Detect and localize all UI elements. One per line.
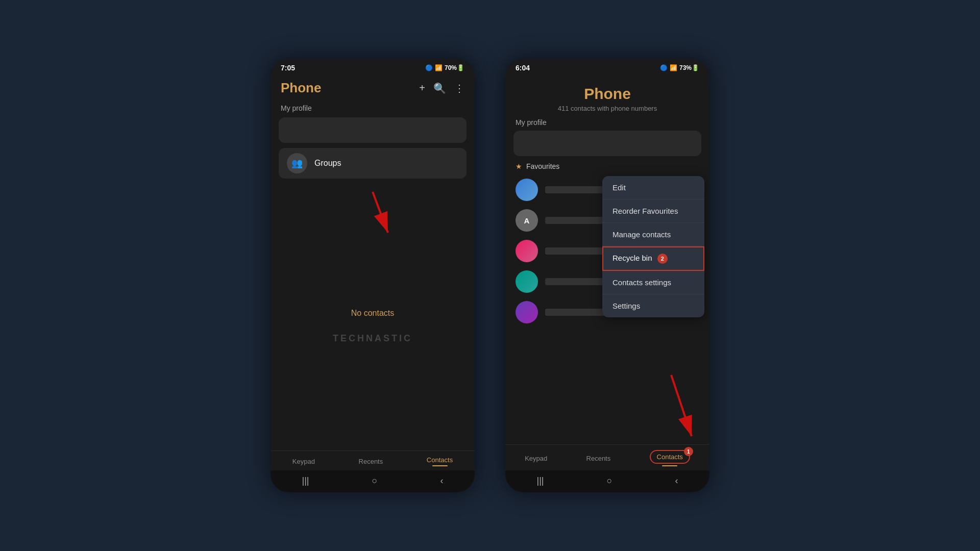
svg-line-3: [671, 375, 692, 436]
right-arrow-annotation: [646, 370, 707, 452]
left-nav-keypad[interactable]: Keypad: [292, 458, 315, 465]
left-app-title: Phone: [281, 80, 321, 96]
right-app-title: Phone: [510, 85, 704, 103]
right-nav-contacts-label: Contacts: [657, 453, 683, 461]
left-arrow-annotation: [352, 187, 413, 248]
svg-line-1: [373, 192, 388, 233]
contact-avatar-1: [516, 179, 538, 201]
right-bottom-nav: Keypad Recents Contacts 1: [505, 444, 709, 470]
left-time: 7:05: [281, 64, 295, 72]
left-header-icons[interactable]: + 🔍 ⋮: [419, 82, 464, 94]
right-status-bar: 6:04 🔵 📶 73%🔋: [505, 59, 709, 75]
left-groups-label: Groups: [314, 159, 341, 168]
left-groups-avatar: 👥: [287, 153, 307, 173]
contact-avatar-5: [516, 301, 538, 323]
left-watermark: TECHNASTIC: [333, 318, 412, 354]
right-contacts-count: 411 contacts with phone numbers: [510, 105, 704, 112]
menu-item-recycle-bin[interactable]: Recycle bin 2: [602, 246, 704, 271]
contacts-highlight-box: Contacts 1: [650, 450, 690, 464]
recycle-bin-badge: 2: [657, 254, 668, 264]
right-recent-apps-btn[interactable]: |||: [537, 475, 544, 486]
left-back-btn[interactable]: ‹: [440, 475, 443, 486]
menu-item-reorder-favourites[interactable]: Reorder Favourites: [602, 199, 704, 223]
right-phone-title-area: Phone 411 contacts with phone numbers: [505, 75, 709, 114]
left-recent-apps-btn[interactable]: |||: [302, 475, 309, 486]
right-time: 6:04: [516, 64, 530, 72]
left-no-contacts-text: No contacts: [351, 309, 394, 318]
contacts-badge: 1: [684, 447, 693, 456]
left-my-profile-label: My profile: [271, 100, 475, 115]
left-home-btn[interactable]: ○: [372, 475, 378, 486]
left-nav-keypad-label: Keypad: [292, 458, 315, 465]
right-home-btn[interactable]: ○: [607, 475, 612, 486]
right-nav-keypad[interactable]: Keypad: [525, 455, 547, 462]
right-phone-screen: 6:04 🔵 📶 73%🔋 Phone 411 contacts with ph…: [505, 59, 709, 492]
left-app-header: Phone + 🔍 ⋮: [271, 75, 475, 100]
right-my-profile-label: My profile: [505, 114, 709, 129]
left-network-icons: 🔵: [425, 64, 433, 71]
left-nav-contacts[interactable]: Contacts: [427, 456, 453, 466]
right-nav-recents-label: Recents: [586, 455, 611, 462]
right-nav-keypad-label: Keypad: [525, 455, 547, 462]
right-profile-bar: [513, 131, 701, 156]
search-icon[interactable]: 🔍: [433, 82, 446, 94]
contact-avatar-4: [516, 270, 538, 293]
menu-item-manage-contacts[interactable]: Manage contacts: [602, 223, 704, 246]
right-favourites-header: ★ Favourites: [505, 158, 709, 174]
right-nav-contacts[interactable]: Contacts 1: [650, 450, 690, 466]
left-bottom-nav: Keypad Recents Contacts: [271, 450, 475, 470]
menu-item-contacts-settings[interactable]: Contacts settings: [602, 271, 704, 294]
contact-avatar-3: [516, 240, 538, 262]
right-status-icons: 🔵 📶 73%🔋: [660, 64, 699, 71]
left-signal: 📶: [435, 64, 443, 71]
left-nav-recents[interactable]: Recents: [359, 458, 383, 465]
left-phone-screen: 7:05 🔵 📶 70%🔋 Phone + 🔍 ⋮ My profile 👥 G…: [271, 59, 475, 492]
left-battery: 70%🔋: [445, 64, 464, 71]
dropdown-menu: Edit Reorder Favourites Manage contacts …: [602, 176, 704, 317]
right-nav-recents[interactable]: Recents: [586, 455, 611, 462]
contact-avatar-2: A: [516, 209, 538, 232]
right-signal: 📶: [670, 64, 677, 71]
left-profile-bar: [279, 117, 467, 143]
left-status-icons: 🔵 📶 70%🔋: [425, 64, 464, 71]
left-nav-recents-label: Recents: [359, 458, 383, 465]
right-back-btn[interactable]: ‹: [675, 475, 678, 486]
left-status-bar: 7:05 🔵 📶 70%🔋: [271, 59, 475, 75]
add-icon[interactable]: +: [419, 82, 425, 94]
star-icon: ★: [516, 162, 522, 170]
right-network-icons: 🔵: [660, 64, 668, 71]
left-nav-contacts-label: Contacts: [427, 456, 453, 464]
menu-item-settings[interactable]: Settings: [602, 294, 704, 317]
left-groups-item[interactable]: 👥 Groups: [279, 148, 467, 179]
right-battery: 73%🔋: [679, 64, 699, 71]
more-options-icon[interactable]: ⋮: [454, 82, 464, 94]
menu-item-edit[interactable]: Edit: [602, 176, 704, 199]
favourites-label: Favourites: [526, 162, 559, 170]
left-no-contacts-area: No contacts TECHNASTIC: [271, 182, 475, 450]
left-system-nav: ||| ○ ‹: [271, 470, 475, 492]
right-system-nav: ||| ○ ‹: [505, 470, 709, 492]
